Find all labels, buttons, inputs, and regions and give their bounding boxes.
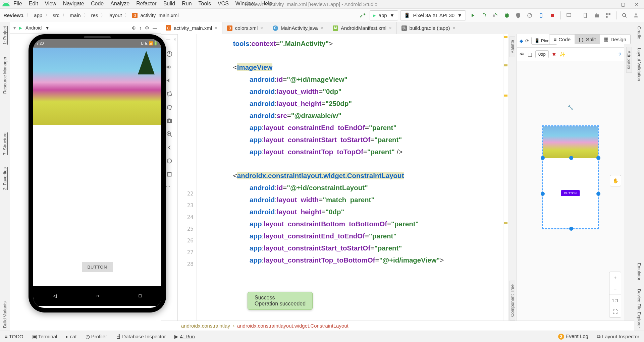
menu-vcs[interactable]: VCS bbox=[218, 1, 229, 7]
target-icon[interactable]: ⊕ bbox=[132, 25, 136, 31]
gradle-tool-tab[interactable]: Gradle bbox=[637, 23, 642, 42]
code-text[interactable]: tools:context=".MainActivity"> <ImageVie… bbox=[197, 34, 503, 321]
device-button[interactable]: BUTTON bbox=[82, 262, 112, 272]
run-icon[interactable] bbox=[468, 11, 477, 20]
menu-refactor[interactable]: Refactor bbox=[136, 1, 156, 7]
resource-manager-icon[interactable] bbox=[603, 11, 613, 20]
device-file-explorer-tab[interactable]: Device File Explorer bbox=[637, 286, 642, 331]
breadcrumb-layout[interactable]: layout bbox=[108, 12, 122, 18]
selection-handle[interactable] bbox=[569, 227, 573, 231]
home-button-icon[interactable] bbox=[166, 157, 173, 165]
search-icon[interactable] bbox=[620, 11, 629, 20]
selection-handle[interactable] bbox=[541, 192, 545, 196]
run-config-selector[interactable]: ▸ app ▼ bbox=[370, 10, 398, 20]
dropdown-icon[interactable]: ▼ bbox=[45, 25, 50, 31]
debug-icon[interactable] bbox=[502, 11, 512, 20]
rotate-left-icon[interactable] bbox=[166, 90, 173, 98]
menu-analyze[interactable]: Analyze bbox=[110, 1, 129, 7]
device-selector[interactable]: 📱 Pixel 3a XL API 30 ▼ bbox=[400, 10, 466, 20]
event-log-tool-tab[interactable]: 2 Event Log bbox=[558, 333, 588, 340]
project-view-selector[interactable]: Android bbox=[25, 25, 42, 31]
close-tab-icon[interactable]: × bbox=[321, 25, 323, 31]
volume-down-icon[interactable] bbox=[166, 77, 173, 84]
layout-validation-tab[interactable]: Layout Validation bbox=[637, 45, 642, 84]
todo-tool-tab[interactable]: ≡ TODO bbox=[5, 334, 23, 339]
vcs-update-icon[interactable] bbox=[564, 11, 574, 20]
menu-code[interactable]: Code bbox=[91, 1, 104, 7]
help-icon[interactable]: ? bbox=[619, 52, 621, 57]
apply-changes-icon[interactable] bbox=[479, 11, 489, 20]
hide-icon[interactable]: — bbox=[153, 25, 157, 31]
infer-constraints-icon[interactable]: ✨ bbox=[559, 52, 565, 57]
menu-edit[interactable]: Edit bbox=[29, 1, 38, 7]
code-editor[interactable]: 22232425262728 tools:context=".MainActiv… bbox=[178, 34, 508, 321]
selection-handle[interactable] bbox=[596, 156, 600, 160]
terminal-tool-tab[interactable]: ▣ Terminal bbox=[32, 334, 57, 340]
breadcrumb-file[interactable]: activity_main.xml bbox=[140, 12, 178, 18]
layers-icon[interactable]: ◆ bbox=[520, 38, 523, 44]
profile-icon[interactable] bbox=[525, 11, 534, 20]
build-variants-tool-tab[interactable]: Build Variants bbox=[2, 299, 7, 331]
home-icon[interactable]: ○ bbox=[96, 293, 99, 298]
minimize-panel-icon[interactable]: — bbox=[166, 37, 170, 42]
tab-build-gradle[interactable]: 🐘 build.gradle (:app) × bbox=[397, 22, 461, 34]
camera-icon[interactable] bbox=[166, 117, 173, 124]
zoom-in-icon[interactable]: + bbox=[609, 272, 621, 283]
design-canvas[interactable]: 🔧 BUTTON ✋ + − 1: bbox=[517, 61, 624, 321]
caret-down-icon[interactable]: ▾ bbox=[13, 25, 16, 31]
menu-view[interactable]: View bbox=[45, 1, 56, 7]
volume-up-icon[interactable] bbox=[166, 63, 173, 71]
favorites-tool-tab[interactable]: 2: Favorites bbox=[2, 165, 7, 193]
view-mode-split[interactable]: ⫿⫿ Split bbox=[575, 35, 600, 44]
breadcrumb-project[interactable]: Review1 bbox=[3, 12, 23, 18]
breadcrumb-res[interactable]: res bbox=[91, 12, 98, 18]
rotate-right-icon[interactable] bbox=[166, 104, 173, 111]
user-icon[interactable] bbox=[631, 11, 641, 20]
zoom-fit-icon[interactable]: ⛶ bbox=[609, 306, 621, 318]
selection-handle[interactable] bbox=[569, 156, 573, 160]
palette-tab[interactable]: Palette bbox=[509, 36, 515, 57]
close-icon[interactable]: ✕ bbox=[635, 2, 639, 7]
zoom-out-icon[interactable]: − bbox=[609, 283, 621, 295]
menu-file[interactable]: File bbox=[13, 1, 22, 7]
close-tab-icon[interactable]: × bbox=[389, 25, 392, 31]
zoom-11-icon[interactable]: 1:1 bbox=[609, 295, 621, 306]
preview-button[interactable]: BUTTON bbox=[561, 190, 580, 196]
close-panel-icon[interactable]: × bbox=[174, 37, 176, 42]
attributes-tab[interactable]: Attributes bbox=[626, 47, 632, 73]
minimize-icon[interactable]: — bbox=[607, 2, 611, 7]
overview-button-icon[interactable] bbox=[166, 171, 173, 178]
selection-handle[interactable] bbox=[541, 156, 545, 160]
pan-icon[interactable]: ✋ bbox=[610, 175, 621, 186]
resource-manager-tool-tab[interactable]: Resource Manager bbox=[2, 54, 7, 97]
stop-icon[interactable] bbox=[548, 11, 557, 20]
back-button-icon[interactable] bbox=[166, 144, 173, 151]
menu-build[interactable]: Build bbox=[163, 1, 175, 7]
clear-constraints-icon[interactable]: ✖ bbox=[552, 52, 556, 57]
view-mode-code[interactable]: ≡ Code bbox=[549, 35, 575, 44]
avd-manager-icon[interactable] bbox=[581, 11, 590, 20]
profiler-tool-tab[interactable]: ◷ Profiler bbox=[86, 334, 107, 340]
menu-run[interactable]: Run bbox=[182, 1, 192, 7]
default-margin[interactable]: 0dp bbox=[535, 50, 549, 58]
orientation-icon[interactable]: ⟳ bbox=[525, 38, 529, 44]
expand-icon[interactable]: ↕ bbox=[139, 25, 142, 31]
run-tool-tab[interactable]: ▶ 4: Run bbox=[174, 334, 195, 340]
more-icon[interactable]: ⋯ bbox=[166, 184, 173, 191]
component-tree-tab[interactable]: Component Tree bbox=[509, 281, 515, 321]
power-icon[interactable] bbox=[166, 50, 173, 57]
maximize-icon[interactable]: ▢ bbox=[621, 2, 625, 7]
xml-breadcrumb-item[interactable]: androidx.constraintlay bbox=[181, 323, 230, 329]
zoom-icon[interactable] bbox=[166, 130, 173, 138]
database-inspector-tool-tab[interactable]: 🗄 Database Inspector bbox=[116, 334, 166, 339]
selection-handle[interactable] bbox=[596, 192, 600, 196]
menu-navigate[interactable]: Navigate bbox=[63, 1, 84, 7]
layout-inspector-tool-tab[interactable]: ⧉ Layout Inspector bbox=[597, 334, 639, 340]
visibility-icon[interactable]: 👁 bbox=[520, 52, 524, 57]
tab-manifest[interactable]: M AndroidManifest.xml × bbox=[328, 22, 396, 34]
close-tab-icon[interactable]: × bbox=[260, 25, 263, 31]
xml-breadcrumb-item[interactable]: androidx.constraintlayout.widget.Constra… bbox=[237, 323, 348, 329]
coverage-icon[interactable] bbox=[514, 11, 523, 20]
structure-tool-tab[interactable]: 7: Structure bbox=[2, 130, 7, 158]
tab-main-activity[interactable]: C MainActivity.java × bbox=[268, 22, 328, 34]
